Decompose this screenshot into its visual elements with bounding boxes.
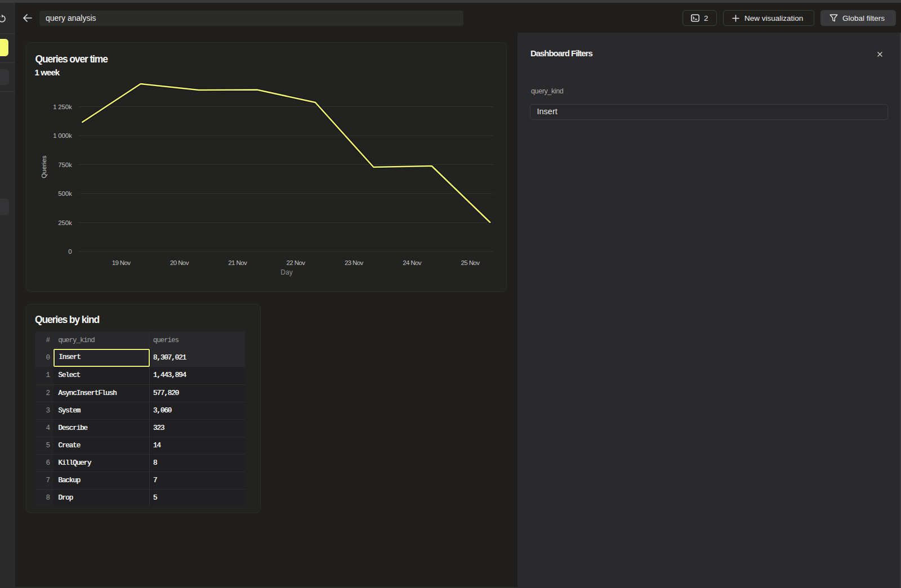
svg-text:23 Nov: 23 Nov <box>345 259 364 266</box>
svg-text:250k: 250k <box>58 219 72 226</box>
svg-text:750k: 750k <box>58 161 72 168</box>
svg-text:20 Nov: 20 Nov <box>170 259 189 266</box>
svg-text:1 250k: 1 250k <box>53 104 72 110</box>
svg-text:500k: 500k <box>58 190 72 197</box>
svg-text:1 000k: 1 000k <box>53 132 72 139</box>
svg-text:25 Nov: 25 Nov <box>461 259 480 266</box>
svg-text:Day: Day <box>280 268 292 276</box>
svg-text:19 Nov: 19 Nov <box>112 259 131 266</box>
svg-text:21 Nov: 21 Nov <box>228 259 247 266</box>
svg-text:24 Nov: 24 Nov <box>403 259 422 266</box>
svg-text:22 Nov: 22 Nov <box>287 259 306 266</box>
svg-text:Queries: Queries <box>41 155 48 178</box>
svg-text:0: 0 <box>68 248 72 255</box>
